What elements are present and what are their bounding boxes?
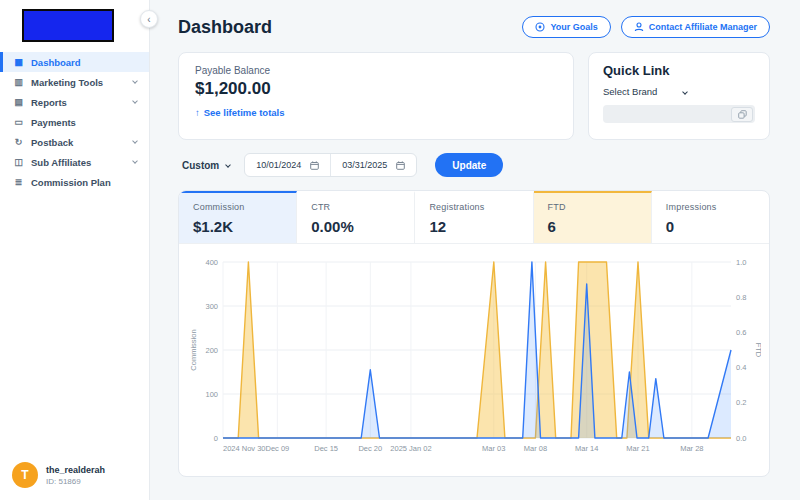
svg-text:0: 0 — [214, 434, 218, 443]
stat-label: Commission — [193, 202, 282, 212]
reports-icon: ▤ — [13, 97, 24, 107]
chevron-down-icon — [132, 138, 138, 144]
date-range-select[interactable]: Custom — [178, 160, 234, 171]
svg-text:Dec 09: Dec 09 — [265, 444, 289, 453]
sidebar-item-label: Marketing Tools — [31, 77, 103, 88]
arrow-up-icon: ↑ — [195, 107, 200, 118]
svg-text:Mar 08: Mar 08 — [524, 444, 547, 453]
stat-value: 0 — [666, 218, 755, 235]
commission-ftd-chart: 01002003004000.00.20.40.60.81.02024 Nov … — [187, 252, 761, 464]
chevron-down-icon — [683, 89, 689, 95]
chevron-down-icon — [132, 158, 138, 164]
date-to-input[interactable]: 03/31/2025 — [330, 154, 416, 176]
chevron-down-icon — [225, 162, 231, 168]
payments-icon: ▭ — [13, 117, 24, 127]
sidebar-item-label: Payments — [31, 117, 76, 128]
date-from-value: 10/01/2024 — [256, 160, 301, 170]
svg-text:Mar 14: Mar 14 — [575, 444, 598, 453]
commission-plan-icon: ≣ — [13, 177, 24, 187]
date-from-input[interactable]: 10/01/2024 — [245, 154, 330, 176]
svg-text:Dec 20: Dec 20 — [358, 444, 382, 453]
main-content: Dashboard Your Goals Contact Affiliate M… — [150, 0, 800, 487]
date-to-value: 03/31/2025 — [342, 160, 387, 170]
payable-balance-label: Payable Balance — [195, 65, 557, 76]
copy-link-button[interactable] — [731, 107, 753, 122]
username: the_realderah — [46, 465, 105, 475]
svg-text:Dec 15: Dec 15 — [314, 444, 338, 453]
stat-value: 0.00% — [311, 218, 400, 235]
stat-label: CTR — [311, 202, 400, 212]
sidebar-nav: ▦ Dashboard ▥ Marketing Tools ▤ Reports … — [0, 52, 149, 192]
sidebar-item-commission-plan[interactable]: ≣ Commission Plan — [0, 172, 149, 192]
sidebar-item-dashboard[interactable]: ▦ Dashboard — [0, 52, 149, 72]
svg-text:2025 Jan 02: 2025 Jan 02 — [390, 444, 431, 453]
your-goals-button[interactable]: Your Goals — [522, 16, 610, 38]
avatar: T — [12, 462, 38, 488]
svg-text:0.8: 0.8 — [736, 293, 746, 302]
sidebar-item-payments[interactable]: ▭ Payments — [0, 112, 149, 132]
stat-tab-registrations[interactable]: Registrations 12 — [415, 191, 533, 243]
see-lifetime-totals-link[interactable]: ↑ See lifetime totals — [195, 107, 557, 118]
chevron-down-icon — [132, 78, 138, 84]
page-title: Dashboard — [178, 17, 272, 38]
copy-icon — [738, 110, 747, 119]
svg-text:FTD: FTD — [754, 343, 761, 358]
postback-icon: ↻ — [13, 137, 24, 147]
dashboard-icon: ▦ — [13, 57, 24, 67]
chart-area: 01002003004000.00.20.40.60.81.02024 Nov … — [179, 244, 769, 476]
chevron-down-icon — [132, 98, 138, 104]
stat-tab-ctr[interactable]: CTR 0.00% — [297, 191, 415, 243]
brand-logo — [22, 9, 114, 42]
page-header: Dashboard Your Goals Contact Affiliate M… — [178, 12, 770, 42]
svg-text:0.2: 0.2 — [736, 398, 746, 407]
sidebar: ‹ ▦ Dashboard ▥ Marketing Tools ▤ Report… — [0, 0, 150, 500]
svg-text:0.6: 0.6 — [736, 328, 746, 337]
sidebar-item-label: Dashboard — [31, 57, 81, 68]
update-button[interactable]: Update — [435, 153, 503, 177]
stat-label: Registrations — [429, 202, 518, 212]
stat-value: 12 — [429, 218, 518, 235]
sidebar-item-sub-affiliates[interactable]: ◫ Sub Affiliates — [0, 152, 149, 172]
stat-tab-ftd[interactable]: FTD 6 — [534, 191, 652, 243]
stat-tab-commission[interactable]: Commission $1.2K — [179, 191, 297, 243]
sidebar-item-reports[interactable]: ▤ Reports — [0, 92, 149, 112]
sidebar-item-postback[interactable]: ↻ Postback — [0, 132, 149, 152]
select-brand-dropdown[interactable]: Select Brand — [603, 86, 687, 97]
sidebar-collapse-button[interactable]: ‹ — [140, 10, 158, 28]
collapse-left-icon: ‹ — [147, 14, 150, 25]
svg-text:400: 400 — [205, 258, 218, 267]
svg-text:200: 200 — [205, 346, 218, 355]
svg-text:Commission: Commission — [189, 329, 198, 370]
contact-affiliate-manager-button[interactable]: Contact Affiliate Manager — [621, 16, 770, 38]
user-profile[interactable]: T the_realderah ID: 51869 — [12, 462, 105, 488]
svg-text:Mar 21: Mar 21 — [626, 444, 649, 453]
lifetime-totals-label: See lifetime totals — [204, 107, 285, 118]
quick-link-url-field — [603, 105, 755, 123]
svg-text:2024 Nov 30: 2024 Nov 30 — [223, 444, 266, 453]
calendar-icon — [396, 161, 405, 170]
svg-text:Mar 03: Mar 03 — [482, 444, 505, 453]
date-filter-bar: Custom 10/01/2024 03/31/2025 Update — [178, 152, 770, 178]
stat-label: Impressions — [666, 202, 755, 212]
stat-tabs: Commission $1.2K CTR 0.00% Registrations… — [179, 191, 769, 244]
range-label: Custom — [182, 160, 219, 171]
user-id: ID: 51869 — [46, 477, 105, 486]
stat-value: 6 — [548, 218, 637, 235]
sidebar-item-label: Postback — [31, 137, 73, 148]
marketing-tools-icon: ▥ — [13, 77, 24, 87]
app-root: ‹ ▦ Dashboard ▥ Marketing Tools ▤ Report… — [0, 0, 800, 487]
select-brand-label: Select Brand — [603, 86, 657, 97]
svg-text:300: 300 — [205, 302, 218, 311]
svg-text:1.0: 1.0 — [736, 258, 746, 267]
sub-affiliates-icon: ◫ — [13, 157, 24, 167]
your-goals-label: Your Goals — [550, 22, 597, 32]
stats-and-chart-card: Commission $1.2K CTR 0.00% Registrations… — [178, 190, 770, 477]
sidebar-item-label: Reports — [31, 97, 67, 108]
svg-text:0.4: 0.4 — [736, 363, 746, 372]
stat-tab-impressions[interactable]: Impressions 0 — [652, 191, 769, 243]
sidebar-item-marketing-tools[interactable]: ▥ Marketing Tools — [0, 72, 149, 92]
target-icon — [535, 22, 545, 32]
svg-text:100: 100 — [205, 390, 218, 399]
svg-text:0.0: 0.0 — [736, 434, 746, 443]
payable-balance-card: Payable Balance $1,200.00 ↑ See lifetime… — [178, 52, 574, 140]
